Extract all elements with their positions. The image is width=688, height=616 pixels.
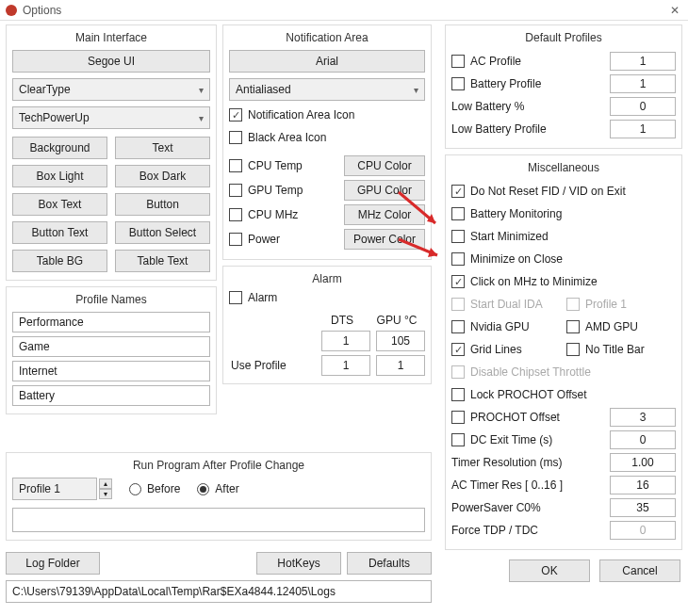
- mhz-color-button[interactable]: MHz Color: [344, 204, 425, 225]
- notif-font-button[interactable]: Arial: [229, 50, 425, 73]
- dts-label: DTS: [318, 314, 367, 327]
- profile-name-input[interactable]: Battery: [12, 385, 210, 406]
- branding-select[interactable]: TechPowerUp ▾: [12, 106, 210, 129]
- run-command-input[interactable]: [12, 508, 425, 532]
- table-bg-button[interactable]: Table BG: [12, 250, 107, 272]
- amd-check[interactable]: AMD GPU: [566, 320, 676, 333]
- box-light-button[interactable]: Box Light: [12, 165, 107, 187]
- background-button[interactable]: Background: [12, 137, 107, 159]
- profile-name-input[interactable]: Internet: [12, 361, 210, 381]
- ok-button[interactable]: OK: [509, 559, 590, 582]
- cpu-temp-check[interactable]: CPU Temp: [229, 159, 336, 172]
- run-program-title: Run Program After Profile Change: [12, 459, 425, 472]
- profile-name-input[interactable]: Performance: [12, 312, 210, 332]
- table-text-button[interactable]: Table Text: [115, 250, 210, 272]
- alarm-title: Alarm: [229, 272, 425, 285]
- default-profiles-group: Default Profiles AC Profile 1 Battery Pr…: [445, 24, 682, 149]
- before-radio[interactable]: Before: [129, 482, 180, 495]
- button-text-button[interactable]: Button Text: [12, 221, 107, 244]
- profile-names-title: Profile Names: [12, 293, 210, 306]
- force-tdp-value: 0: [610, 521, 676, 540]
- area-icon-check[interactable]: ✓Notification Area Icon: [229, 108, 425, 122]
- timer-res-value[interactable]: 1.00: [610, 453, 676, 472]
- button-select-button[interactable]: Button Select: [115, 221, 210, 244]
- low-battery-profile-value[interactable]: 1: [610, 120, 676, 138]
- cancel-button[interactable]: Cancel: [599, 559, 680, 582]
- powersaver-c0-label: PowerSaver C0%: [451, 501, 604, 514]
- run-profile-spinner[interactable]: Profile 1 ▴▾: [12, 478, 112, 500]
- battery-monitoring-check[interactable]: Battery Monitoring: [451, 207, 562, 220]
- power-check[interactable]: Power: [229, 233, 336, 246]
- text-button[interactable]: Text: [115, 137, 210, 159]
- main-interface-title: Main Interface: [12, 31, 210, 44]
- start-minimized-check[interactable]: Start Minimized: [451, 230, 549, 243]
- dual-ida-check: Start Dual IDA: [451, 298, 561, 311]
- alarm-gpu-input[interactable]: 105: [376, 331, 425, 351]
- force-tdp-label: Force TDP / TDC: [451, 524, 604, 537]
- misc-title: Miscellaneous: [451, 161, 676, 174]
- ac-profile-value[interactable]: 1: [610, 52, 676, 71]
- rendering-select[interactable]: ClearType ▾: [12, 78, 210, 101]
- log-folder-button[interactable]: Log Folder: [6, 552, 100, 575]
- black-icon-check[interactable]: Black Area Icon: [229, 131, 425, 144]
- alarm-dts-input[interactable]: 1: [321, 331, 370, 351]
- prochot-offset-value[interactable]: 3: [610, 408, 676, 427]
- box-dark-button[interactable]: Box Dark: [115, 165, 210, 187]
- use-profile-dts-input[interactable]: 1: [321, 355, 370, 376]
- aa-select[interactable]: Antialiased ▾: [229, 78, 425, 101]
- grid-lines-check[interactable]: ✓Grid Lines: [451, 343, 561, 356]
- cpu-mhz-check[interactable]: CPU MHz: [229, 208, 336, 221]
- gpu-color-button[interactable]: GPU Color: [344, 180, 425, 201]
- chevron-down-icon: ▾: [199, 113, 204, 123]
- disable-chipset-throttle-check: Disable Chipset Throttle: [451, 365, 591, 379]
- rendering-value: ClearType: [19, 83, 71, 96]
- branding-value: TechPowerUp: [19, 111, 90, 124]
- battery-profile-value[interactable]: 1: [610, 74, 676, 93]
- hotkeys-button[interactable]: HotKeys: [256, 552, 341, 575]
- dc-exit-time-value[interactable]: 0: [610, 430, 676, 449]
- run-program-group: Run Program After Profile Change Profile…: [6, 452, 432, 541]
- gpu-label: GPU °C: [372, 314, 421, 327]
- log-path-input[interactable]: C:\Users\79139\AppData\Local\Temp\Rar$EX…: [6, 580, 432, 603]
- defaults-button[interactable]: Defaults: [347, 552, 432, 575]
- notification-title: Notification Area: [229, 31, 425, 44]
- app-icon: [6, 5, 17, 16]
- dc-exit-time-check[interactable]: DC Exit Time (s): [451, 433, 552, 446]
- powersaver-c0-value[interactable]: 35: [610, 498, 676, 517]
- ac-profile-check[interactable]: AC Profile: [451, 55, 521, 68]
- use-profile-label: Use Profile: [229, 359, 316, 372]
- no-reset-check[interactable]: ✓Do Not Reset FID / VID on Exit: [451, 185, 626, 198]
- lock-prochot-check[interactable]: Lock PROCHOT Offset: [451, 388, 587, 401]
- window-title: Options: [23, 4, 61, 17]
- profile-names-group: Profile Names Performance Game Internet …: [6, 286, 217, 414]
- misc-group: Miscellaneous ✓Do Not Reset FID / VID on…: [445, 154, 682, 550]
- font-button[interactable]: Segoe UI: [12, 50, 210, 73]
- ac-timer-res-value[interactable]: 16: [610, 476, 676, 494]
- profile-name-input[interactable]: Game: [12, 336, 210, 357]
- nvidia-check[interactable]: Nvidia GPU: [451, 320, 561, 333]
- ac-timer-res-label: AC Timer Res [ 0..16 ]: [451, 478, 604, 492]
- use-profile-gpu-input[interactable]: 1: [376, 355, 425, 376]
- chevron-down-icon[interactable]: ▾: [99, 489, 112, 499]
- gpu-temp-check[interactable]: GPU Temp: [229, 184, 336, 197]
- profile1-check: Profile 1: [566, 298, 676, 311]
- after-radio[interactable]: After: [197, 482, 238, 495]
- alarm-group: Alarm Alarm DTS GPU °C 1 105 Use Profile…: [222, 266, 432, 384]
- power-color-button[interactable]: Power Color: [344, 229, 425, 250]
- cpu-color-button[interactable]: CPU Color: [344, 155, 425, 176]
- title-bar: Options ✕: [0, 0, 688, 21]
- prochot-offset-check[interactable]: PROCHOT Offset: [451, 411, 560, 424]
- click-mhz-check[interactable]: ✓Click on MHz to Minimize: [451, 275, 598, 288]
- box-text-button[interactable]: Box Text: [12, 193, 107, 216]
- chevron-up-icon[interactable]: ▴: [99, 478, 112, 489]
- button-button[interactable]: Button: [115, 193, 210, 216]
- no-title-bar-check[interactable]: No Title Bar: [566, 343, 676, 356]
- battery-profile-check[interactable]: Battery Profile: [451, 77, 541, 90]
- low-battery-profile-label: Low Battery Profile: [451, 122, 604, 136]
- low-battery-pct-value[interactable]: 0: [610, 97, 676, 116]
- alarm-check[interactable]: Alarm: [229, 291, 425, 304]
- minimize-on-close-check[interactable]: Minimize on Close: [451, 252, 563, 266]
- low-battery-pct-label: Low Battery %: [451, 100, 604, 113]
- main-interface-group: Main Interface Segoe UI ClearType ▾ Tech…: [6, 24, 217, 281]
- close-icon[interactable]: ✕: [667, 4, 682, 17]
